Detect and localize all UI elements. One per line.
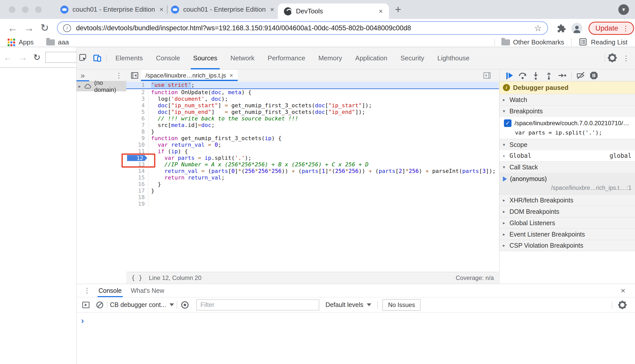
gutter-line-5[interactable]: 5 — [126, 109, 149, 115]
tab-search-button[interactable]: ▾ — [618, 4, 629, 15]
gutter-line-1[interactable]: 1 — [126, 82, 149, 88]
log-levels-selector[interactable]: Default levels — [325, 301, 371, 308]
bookmark-folder-aaa[interactable]: aaa — [58, 38, 69, 46]
browser-menu-icon[interactable]: ⋮ — [622, 24, 629, 33]
extensions-puzzle-icon[interactable] — [557, 24, 566, 34]
reload-button[interactable]: ↻ — [40, 22, 49, 34]
panel-tab-lighthouse[interactable]: Lighthouse — [431, 47, 476, 69]
screencast-address-input[interactable] — [45, 52, 77, 63]
gutter-line-9[interactable]: 9 — [126, 135, 149, 142]
scope-global-row[interactable]: ▸ Global global — [499, 150, 635, 161]
gutter-line-6[interactable]: 6 — [126, 115, 149, 122]
panel-tab-memory[interactable]: Memory — [312, 47, 349, 69]
close-icon[interactable]: × — [159, 6, 163, 14]
navigator-menu-icon[interactable]: ⋮ — [115, 71, 122, 80]
step-over-icon[interactable] — [518, 71, 527, 80]
window-close-button[interactable] — [9, 6, 15, 13]
panel-tab-security[interactable]: Security — [394, 47, 431, 69]
new-tab-button[interactable]: + — [395, 4, 401, 16]
screencast-back-button[interactable]: ← — [4, 53, 12, 62]
devtools-menu-icon[interactable]: ⋮ — [623, 54, 629, 62]
drawer-tab-whats-new[interactable]: What's New — [126, 284, 169, 297]
back-button[interactable]: ← — [8, 22, 18, 34]
pretty-print-icon[interactable]: { } — [131, 274, 142, 281]
gutter-line-2[interactable]: 2 — [126, 89, 149, 96]
apps-grid-icon[interactable] — [8, 39, 15, 46]
gutter-line-15[interactable]: 15 — [126, 174, 149, 181]
panel-tab-sources[interactable]: Sources — [187, 47, 224, 69]
tree-item-no-domain[interactable]: ▸ (no domain) — [77, 81, 126, 91]
section-watch[interactable]: ▸ Watch — [499, 94, 635, 105]
gutter-line-8[interactable]: 8 — [126, 128, 149, 135]
panel-tab-network[interactable]: Network — [224, 47, 261, 69]
pause-on-exceptions-icon[interactable] — [590, 71, 598, 80]
screencast-forward-button[interactable]: → — [19, 53, 27, 62]
step-out-icon[interactable] — [545, 71, 553, 80]
window-zoom-button[interactable] — [35, 6, 42, 13]
clear-console-icon[interactable] — [96, 301, 104, 309]
console-settings-gear-icon[interactable] — [618, 300, 627, 309]
update-button[interactable]: Update ⋮ — [589, 22, 634, 35]
gutter-line-19[interactable]: 19 — [126, 201, 149, 207]
tri-right-icon[interactable]: ▸ — [79, 84, 84, 89]
hide-debugger-sidebar-icon[interactable] — [483, 71, 491, 80]
forward-button[interactable]: → — [24, 22, 34, 34]
section-xhr-breakpoints[interactable]: ▸ XHR/fetch Breakpoints — [499, 194, 635, 206]
panel-tab-console[interactable]: Console — [149, 47, 186, 69]
panel-tab-performance[interactable]: Performance — [261, 47, 312, 69]
no-issues-button[interactable]: No Issues — [382, 299, 421, 311]
console-output[interactable]: › — [77, 313, 635, 325]
gutter-line-10[interactable]: 10 — [126, 142, 149, 148]
hide-navigator-icon[interactable] — [130, 71, 139, 80]
gutter-line-14[interactable]: 14 — [126, 168, 149, 174]
screencast-reload-button[interactable]: ↻ — [33, 52, 41, 62]
panel-tab-elements[interactable]: Elements — [109, 47, 149, 69]
section-csp-violation-breakpoints[interactable]: ▸ CSP Violation Breakpoints — [499, 240, 635, 251]
breakpoint-checkbox[interactable]: ✓ — [504, 119, 511, 127]
call-stack-frame[interactable]: (anonymous) /space/linuxbre…rich_ips.t.…… — [499, 173, 635, 194]
file-tab[interactable]: /space/linuxbre…nrich_ips.t.js × — [141, 70, 238, 81]
section-breakpoints[interactable]: ▾ Breakpoints — [499, 105, 635, 117]
step-icon[interactable] — [558, 71, 566, 80]
gutter-line-4[interactable]: 4 — [126, 102, 149, 109]
live-expression-eye-icon[interactable] — [181, 301, 189, 309]
settings-gear-icon[interactable] — [607, 53, 617, 64]
step-into-icon[interactable] — [531, 71, 540, 80]
gutter-line-3[interactable]: 3 — [126, 96, 149, 102]
inspect-element-icon[interactable] — [79, 53, 88, 63]
close-drawer-icon[interactable]: × — [621, 286, 625, 295]
console-prompt-chevron[interactable]: › — [81, 316, 84, 325]
browser-tab-2[interactable]: couch01 - Enterprise Edition 7. × — [167, 0, 278, 19]
browser-tab-devtools[interactable]: DevTools × — [278, 4, 389, 19]
gutter-line-16[interactable]: 16 — [126, 181, 149, 188]
more-tabs-icon[interactable]: » — [81, 71, 85, 80]
address-bar[interactable]: i devtools://devtools/bundled/inspector.… — [57, 21, 548, 35]
drawer-menu-icon[interactable]: ⋮ — [84, 287, 90, 295]
section-global-listeners[interactable]: ▸ Global Listeners — [499, 217, 635, 228]
device-toolbar-icon[interactable] — [93, 53, 102, 63]
section-call-stack[interactable]: ▾ Call Stack — [499, 161, 635, 173]
bookmark-star-icon[interactable]: ☆ — [534, 23, 542, 33]
profile-avatar[interactable] — [571, 23, 582, 34]
context-selector[interactable]: CB debugger cont... — [110, 301, 174, 308]
section-scope[interactable]: ▾ Scope — [499, 139, 635, 150]
console-filter-input[interactable] — [196, 299, 319, 310]
section-dom-breakpoints[interactable]: ▸ DOM Breakpoints — [499, 206, 635, 217]
deactivate-breakpoints-icon[interactable] — [576, 71, 585, 80]
gutter-line-17[interactable]: 17 — [126, 188, 149, 194]
close-icon[interactable]: × — [379, 7, 383, 15]
window-minimize-button[interactable] — [22, 6, 29, 13]
breakpoint-entry[interactable]: ✓ /space/linuxbrew/couch.7.0.0.20210710/… — [499, 117, 635, 139]
close-icon[interactable]: × — [230, 72, 233, 79]
reading-list[interactable]: Reading List — [591, 38, 627, 46]
apps-shortcut[interactable]: Apps — [19, 38, 34, 46]
section-event-listener-breakpoints[interactable]: ▸ Event Listener Breakpoints — [499, 228, 635, 240]
other-bookmarks[interactable]: Other Bookmarks — [513, 38, 564, 46]
gutter-line-7[interactable]: 7 — [126, 122, 149, 128]
close-icon[interactable]: × — [270, 6, 274, 14]
show-console-sidebar-icon[interactable] — [82, 301, 90, 309]
page-info-icon[interactable]: i — [63, 24, 71, 32]
gutter-line-18[interactable]: 18 — [126, 194, 149, 201]
drawer-tab-console[interactable]: Console — [94, 284, 126, 297]
resume-script-icon[interactable] — [505, 71, 514, 80]
